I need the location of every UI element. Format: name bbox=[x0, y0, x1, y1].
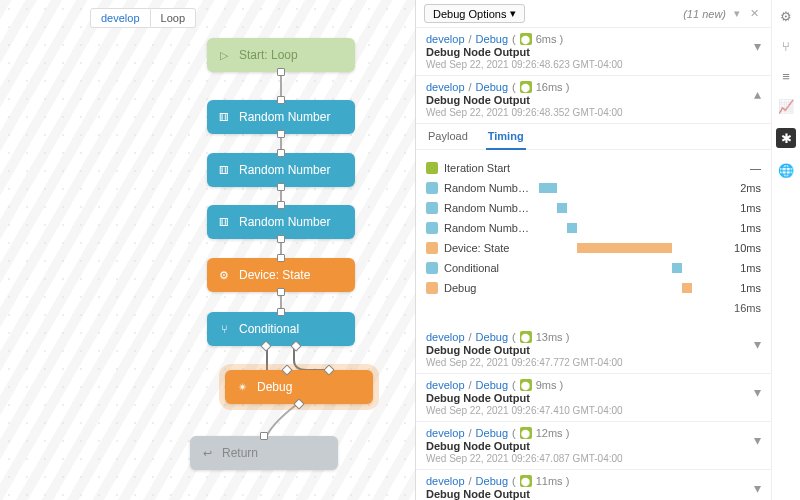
debug-options-dropdown[interactable]: Debug Options ▾ bbox=[424, 4, 525, 23]
chart-icon[interactable]: 📈 bbox=[778, 98, 794, 114]
branch-icon[interactable]: ⑂ bbox=[778, 38, 794, 54]
new-count-indicator: (11 new) bbox=[683, 8, 726, 20]
chevron-down-icon[interactable]: ▾ bbox=[734, 7, 740, 20]
database-icon[interactable]: ≡ bbox=[778, 68, 794, 84]
debug-entry[interactable]: develop / Debug ( ⬤ 11ms ) Debug Node Ou… bbox=[416, 470, 771, 500]
timing-color-swatch bbox=[426, 282, 438, 294]
node-debug[interactable]: ✴ Debug bbox=[225, 370, 373, 404]
chevron-down-icon[interactable]: ▾ bbox=[754, 384, 761, 400]
output-port[interactable] bbox=[277, 183, 285, 191]
debug-panel-header: Debug Options ▾ (11 new) ▾ ✕ bbox=[416, 0, 771, 28]
debug-panel: Debug Options ▾ (11 new) ▾ ✕ develop / D… bbox=[415, 0, 771, 500]
timing-row: Random Numb… 1ms bbox=[426, 198, 761, 218]
return-icon: ↩ bbox=[200, 446, 214, 460]
breadcrumb-current[interactable]: Loop bbox=[151, 8, 196, 28]
output-port[interactable] bbox=[277, 130, 285, 138]
debug-entry[interactable]: develop / Debug ( ⬤ 6ms ) Debug Node Out… bbox=[416, 28, 771, 76]
node-label: Device: State bbox=[239, 268, 310, 282]
chevron-down-icon: ▾ bbox=[510, 7, 516, 20]
chevron-down-icon[interactable]: ▾ bbox=[754, 336, 761, 352]
input-port[interactable] bbox=[260, 432, 268, 440]
input-port[interactable] bbox=[277, 254, 285, 262]
node-conditional[interactable]: ⑂ Conditional bbox=[207, 312, 355, 346]
timing-row: Random Numb… 2ms bbox=[426, 178, 761, 198]
timing-row: Device: State 10ms bbox=[426, 238, 761, 258]
close-icon[interactable]: ✕ bbox=[746, 7, 763, 20]
timing-color-swatch bbox=[426, 222, 438, 234]
dice-icon: ⚅ bbox=[217, 110, 231, 124]
dropdown-label: Debug Options bbox=[433, 8, 506, 20]
node-label: Start: Loop bbox=[239, 48, 298, 62]
node-label: Return bbox=[222, 446, 258, 460]
chevron-down-icon[interactable]: ▾ bbox=[754, 38, 761, 54]
timing-chart: Iteration Start — Random Numb… 2ms Rando… bbox=[416, 150, 771, 326]
output-port[interactable] bbox=[277, 235, 285, 243]
node-device-state[interactable]: ⚙ Device: State bbox=[207, 258, 355, 292]
play-icon: ▷ bbox=[217, 48, 231, 62]
debug-entry[interactable]: develop / Debug ( ⬤ 16ms ) Debug Node Ou… bbox=[416, 76, 771, 124]
node-label: Debug bbox=[257, 380, 292, 394]
dice-icon: ⚅ bbox=[217, 163, 231, 177]
timing-row: Random Numb… 1ms bbox=[426, 218, 761, 238]
input-port[interactable] bbox=[277, 96, 285, 104]
input-port[interactable] bbox=[277, 149, 285, 157]
debug-entry[interactable]: develop / Debug ( ⬤ 12ms ) Debug Node Ou… bbox=[416, 422, 771, 470]
output-port[interactable] bbox=[277, 68, 285, 76]
globe-icon[interactable]: 🌐 bbox=[778, 162, 794, 178]
right-tool-rail: ⚙ ⑂ ≡ 📈 ✱ 🌐 bbox=[771, 0, 800, 500]
gear-icon[interactable]: ⚙ bbox=[778, 8, 794, 24]
timing-total: 16ms bbox=[426, 298, 761, 318]
debug-entry[interactable]: develop / Debug ( ⬤ 9ms ) Debug Node Out… bbox=[416, 374, 771, 422]
node-label: Random Number bbox=[239, 215, 330, 229]
node-return[interactable]: ↩ Return bbox=[190, 436, 338, 470]
debug-entry[interactable]: develop / Debug ( ⬤ 13ms ) Debug Node Ou… bbox=[416, 326, 771, 374]
timing-row: Iteration Start — bbox=[426, 158, 761, 178]
workflow-canvas[interactable]: develop Loop ▷ Start: Loop ⚅ Random Numb… bbox=[0, 0, 415, 500]
debug-entries-list: develop / Debug ( ⬤ 6ms ) Debug Node Out… bbox=[416, 28, 771, 500]
timing-color-swatch bbox=[426, 202, 438, 214]
input-port[interactable] bbox=[277, 201, 285, 209]
timing-color-swatch bbox=[426, 162, 438, 174]
tab-timing[interactable]: Timing bbox=[486, 124, 526, 150]
bug-icon: ✴ bbox=[235, 380, 249, 394]
canvas-grid bbox=[0, 0, 415, 500]
timing-row: Debug 1ms bbox=[426, 278, 761, 298]
timing-color-swatch bbox=[426, 262, 438, 274]
node-label: Conditional bbox=[239, 322, 299, 336]
breadcrumb-root[interactable]: develop bbox=[90, 8, 151, 28]
output-port[interactable] bbox=[277, 288, 285, 296]
chevron-up-icon[interactable]: ▴ bbox=[754, 86, 761, 102]
input-port[interactable] bbox=[277, 308, 285, 316]
chevron-down-icon[interactable]: ▾ bbox=[754, 480, 761, 496]
node-random-number-2[interactable]: ⚅ Random Number bbox=[207, 153, 355, 187]
breadcrumb: develop Loop bbox=[90, 8, 196, 28]
node-start-loop[interactable]: ▷ Start: Loop bbox=[207, 38, 355, 72]
node-random-number-3[interactable]: ⚅ Random Number bbox=[207, 205, 355, 239]
node-label: Random Number bbox=[239, 110, 330, 124]
chevron-down-icon[interactable]: ▾ bbox=[754, 432, 761, 448]
branch-icon: ⑂ bbox=[217, 322, 231, 336]
node-random-number-1[interactable]: ⚅ Random Number bbox=[207, 100, 355, 134]
timing-color-swatch bbox=[426, 242, 438, 254]
dice-icon: ⚅ bbox=[217, 215, 231, 229]
timing-color-swatch bbox=[426, 182, 438, 194]
bug-icon[interactable]: ✱ bbox=[776, 128, 796, 148]
tab-payload[interactable]: Payload bbox=[426, 124, 470, 149]
gear-icon: ⚙ bbox=[217, 268, 231, 282]
node-label: Random Number bbox=[239, 163, 330, 177]
timing-row: Conditional 1ms bbox=[426, 258, 761, 278]
